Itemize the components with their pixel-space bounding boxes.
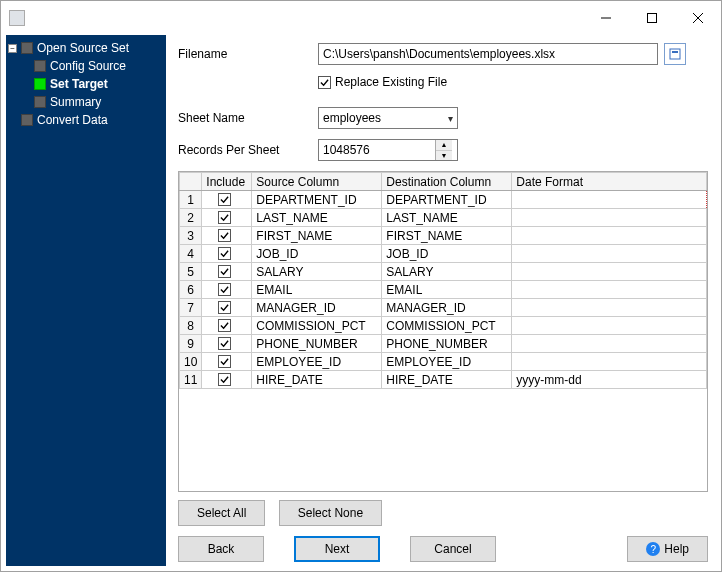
close-button[interactable]: [675, 3, 721, 33]
table-row[interactable]: 5SALARYSALARY: [180, 263, 707, 281]
datefmt-cell[interactable]: [512, 335, 707, 353]
source-cell[interactable]: LAST_NAME: [252, 209, 382, 227]
maximize-button[interactable]: [629, 3, 675, 33]
dest-cell[interactable]: HIRE_DATE: [382, 371, 512, 389]
main-panel: Filename Replace Existing File Sheet Nam…: [166, 35, 716, 566]
dest-cell[interactable]: SALARY: [382, 263, 512, 281]
svg-rect-5: [672, 51, 678, 53]
col-include[interactable]: Include: [202, 173, 252, 191]
dest-cell[interactable]: EMAIL: [382, 281, 512, 299]
table-row[interactable]: 3FIRST_NAMEFIRST_NAME: [180, 227, 707, 245]
datefmt-cell[interactable]: [512, 263, 707, 281]
table-row[interactable]: 8COMMISSION_PCTCOMMISSION_PCT: [180, 317, 707, 335]
include-cell[interactable]: [202, 281, 252, 299]
table-row[interactable]: 1DEPARTMENT_IDDEPARTMENT_ID: [180, 191, 707, 209]
source-cell[interactable]: MANAGER_ID: [252, 299, 382, 317]
minimize-button[interactable]: [583, 3, 629, 33]
include-cell[interactable]: [202, 263, 252, 281]
table-row[interactable]: 6EMAILEMAIL: [180, 281, 707, 299]
step-convert-data[interactable]: Convert Data: [8, 111, 164, 129]
column-mapping-grid[interactable]: Include Source Column Destination Column…: [178, 171, 708, 492]
include-cell[interactable]: [202, 335, 252, 353]
step-set-target[interactable]: Set Target: [8, 75, 164, 93]
include-cell[interactable]: [202, 299, 252, 317]
sheet-select[interactable]: employees ▾: [318, 107, 458, 129]
datefmt-cell[interactable]: [512, 299, 707, 317]
source-cell[interactable]: COMMISSION_PCT: [252, 317, 382, 335]
spin-down-button[interactable]: ▼: [436, 151, 452, 161]
browse-button[interactable]: [664, 43, 686, 65]
table-row[interactable]: 7MANAGER_IDMANAGER_ID: [180, 299, 707, 317]
step-open-source-set[interactable]: − Open Source Set: [8, 39, 164, 57]
dest-cell[interactable]: COMMISSION_PCT: [382, 317, 512, 335]
selection-buttons: Select All Select None: [178, 500, 708, 526]
content-area: − Open Source Set Config Source Set Targ…: [1, 35, 721, 571]
table-row[interactable]: 9PHONE_NUMBERPHONE_NUMBER: [180, 335, 707, 353]
source-cell[interactable]: SALARY: [252, 263, 382, 281]
collapse-icon[interactable]: −: [8, 44, 17, 53]
step-icon: [21, 114, 33, 126]
sheet-value: employees: [323, 111, 381, 125]
datefmt-cell[interactable]: [512, 209, 707, 227]
wizard-steps-sidebar: − Open Source Set Config Source Set Targ…: [6, 35, 166, 566]
dest-cell[interactable]: MANAGER_ID: [382, 299, 512, 317]
spin-up-button[interactable]: ▲: [436, 140, 452, 151]
col-dest[interactable]: Destination Column: [382, 173, 512, 191]
datefmt-cell[interactable]: yyyy-mm-dd: [512, 371, 707, 389]
grid-header-row: Include Source Column Destination Column…: [180, 173, 707, 191]
datefmt-cell[interactable]: [512, 245, 707, 263]
source-cell[interactable]: JOB_ID: [252, 245, 382, 263]
row-number: 8: [180, 317, 202, 335]
select-none-button[interactable]: Select None: [279, 500, 382, 526]
table-row[interactable]: 11HIRE_DATEHIRE_DATEyyyy-mm-dd: [180, 371, 707, 389]
records-label: Records Per Sheet: [178, 143, 318, 157]
datefmt-cell[interactable]: [512, 353, 707, 371]
wizard-window: − Open Source Set Config Source Set Targ…: [0, 0, 722, 572]
replace-checkbox[interactable]: [318, 76, 331, 89]
dest-cell[interactable]: FIRST_NAME: [382, 227, 512, 245]
table-row[interactable]: 10EMPLOYEE_IDEMPLOYEE_ID: [180, 353, 707, 371]
source-cell[interactable]: DEPARTMENT_ID: [252, 191, 382, 209]
footer-buttons: Back Next Cancel ?Help: [178, 536, 708, 562]
datefmt-cell[interactable]: [512, 191, 707, 209]
svg-rect-4: [670, 49, 680, 59]
include-cell[interactable]: [202, 245, 252, 263]
dest-cell[interactable]: EMPLOYEE_ID: [382, 353, 512, 371]
datefmt-cell[interactable]: [512, 281, 707, 299]
include-cell[interactable]: [202, 209, 252, 227]
next-button[interactable]: Next: [294, 536, 380, 562]
records-spinner[interactable]: ▲ ▼: [318, 139, 458, 161]
include-cell[interactable]: [202, 371, 252, 389]
dest-cell[interactable]: PHONE_NUMBER: [382, 335, 512, 353]
corner-cell: [180, 173, 202, 191]
step-summary[interactable]: Summary: [8, 93, 164, 111]
table-row[interactable]: 4JOB_IDJOB_ID: [180, 245, 707, 263]
include-cell[interactable]: [202, 353, 252, 371]
cancel-button[interactable]: Cancel: [410, 536, 496, 562]
col-datefmt[interactable]: Date Format: [512, 173, 707, 191]
filename-input[interactable]: [318, 43, 658, 65]
include-cell[interactable]: [202, 317, 252, 335]
dest-cell[interactable]: LAST_NAME: [382, 209, 512, 227]
source-cell[interactable]: HIRE_DATE: [252, 371, 382, 389]
table-row[interactable]: 2LAST_NAMELAST_NAME: [180, 209, 707, 227]
source-cell[interactable]: FIRST_NAME: [252, 227, 382, 245]
help-button[interactable]: ?Help: [627, 536, 708, 562]
include-cell[interactable]: [202, 191, 252, 209]
col-source[interactable]: Source Column: [252, 173, 382, 191]
records-input[interactable]: [319, 140, 435, 160]
replace-label: Replace Existing File: [335, 75, 447, 89]
source-cell[interactable]: EMAIL: [252, 281, 382, 299]
datefmt-cell[interactable]: [512, 227, 707, 245]
dest-cell[interactable]: DEPARTMENT_ID: [382, 191, 512, 209]
select-all-button[interactable]: Select All: [178, 500, 265, 526]
include-cell[interactable]: [202, 227, 252, 245]
dest-cell[interactable]: JOB_ID: [382, 245, 512, 263]
step-icon-active: [34, 78, 46, 90]
step-config-source[interactable]: Config Source: [8, 57, 164, 75]
datefmt-cell[interactable]: [512, 317, 707, 335]
back-button[interactable]: Back: [178, 536, 264, 562]
source-cell[interactable]: PHONE_NUMBER: [252, 335, 382, 353]
source-cell[interactable]: EMPLOYEE_ID: [252, 353, 382, 371]
filename-row: Filename: [178, 43, 708, 65]
